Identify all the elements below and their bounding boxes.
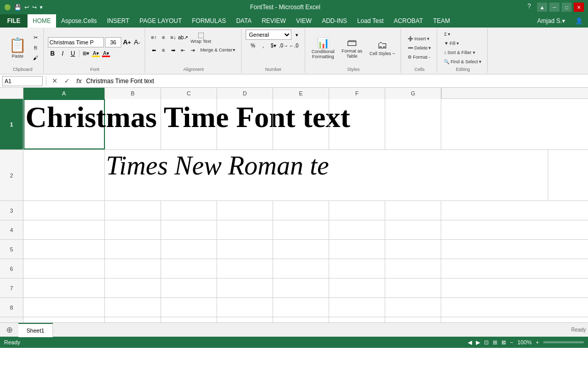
user-account[interactable]: Amjad S. ▾: [532, 14, 570, 28]
cell-f3[interactable]: [329, 201, 385, 220]
format-as-table-button[interactable]: 🗃 Format asTable: [339, 35, 365, 60]
cell-e6[interactable]: [273, 259, 329, 278]
align-top-right-btn[interactable]: ≡↓: [169, 33, 178, 42]
find-select-button[interactable]: 🔍 Find & Select ▾: [441, 57, 484, 66]
cell-f1[interactable]: [329, 99, 385, 149]
cell-reference-box[interactable]: [2, 76, 43, 86]
cell-a2[interactable]: [23, 150, 105, 200]
scroll-next-icon[interactable]: ▶: [476, 339, 480, 346]
load-test-tab[interactable]: Load Test: [352, 14, 389, 28]
cell-c8[interactable]: [161, 298, 217, 317]
row-num-3[interactable]: 3: [0, 201, 23, 220]
fill-color-button[interactable]: A▾: [91, 49, 100, 58]
formula-input[interactable]: [86, 76, 586, 86]
delete-cells-button[interactable]: ➖ Delete ▾: [405, 43, 434, 52]
cell-f8[interactable]: [329, 298, 385, 317]
angle-text-btn[interactable]: ab↗: [178, 33, 188, 42]
wrap-text-button[interactable]: ⬚ Wrap Text: [188, 30, 213, 45]
cell-b7[interactable]: [105, 279, 161, 297]
cell-e7[interactable]: [273, 279, 329, 297]
cell-b2[interactable]: Times New Roman te: [105, 150, 548, 200]
increase-font-size-btn[interactable]: A+: [122, 38, 131, 47]
align-center-btn[interactable]: ≡: [159, 45, 168, 55]
sheet1-tab[interactable]: Sheet1: [18, 323, 53, 337]
cell-a1[interactable]: Christmas Time Font text: [23, 99, 105, 149]
cell-e3[interactable]: [273, 201, 329, 220]
cell-b4[interactable]: [105, 220, 161, 239]
cell-d8[interactable]: [217, 298, 273, 317]
minimize-btn[interactable]: ─: [549, 3, 559, 12]
save-icon[interactable]: 💾: [14, 4, 21, 11]
window-controls[interactable]: ? ▲ ─ □ ✕: [527, 3, 584, 12]
cell-c1[interactable]: [161, 99, 217, 149]
add-sheet-btn[interactable]: ⊕: [2, 323, 16, 337]
row-num-9[interactable]: 9: [0, 317, 23, 322]
add-ins-tab[interactable]: ADD-INS: [317, 14, 352, 28]
cell-c5[interactable]: [161, 240, 217, 259]
increase-decimal-btn[interactable]: .0→: [279, 41, 288, 50]
cell-d7[interactable]: [217, 279, 273, 297]
align-left-btn[interactable]: ⬅: [149, 45, 158, 55]
sort-filter-button[interactable]: ↕ Sort & Filter ▾: [441, 48, 484, 57]
cell-d1[interactable]: [217, 99, 273, 149]
insert-cells-button[interactable]: ➕ Insert ▾: [405, 34, 434, 43]
cell-c9[interactable]: [161, 317, 217, 322]
cell-f5[interactable]: [329, 240, 385, 259]
copy-button[interactable]: ⎘: [31, 43, 40, 53]
col-header-d[interactable]: D: [217, 88, 273, 99]
cell-g1[interactable]: [385, 99, 441, 149]
cell-b9[interactable]: [105, 317, 161, 322]
cell-f7[interactable]: [329, 279, 385, 297]
fill-button[interactable]: ▼ Fill ▾: [441, 39, 484, 47]
cell-g5[interactable]: [385, 240, 441, 259]
merge-center-button[interactable]: Merge & Center▾: [198, 46, 238, 54]
col-header-g[interactable]: G: [385, 88, 441, 99]
cancel-formula-btn[interactable]: ✕: [49, 76, 60, 86]
cell-e5[interactable]: [273, 240, 329, 259]
cell-a3[interactable]: [23, 201, 105, 220]
account-icon[interactable]: 👤: [570, 14, 588, 28]
cell-a7[interactable]: [23, 279, 105, 297]
decrease-font-size-btn[interactable]: A-: [132, 38, 142, 47]
cut-button[interactable]: ✂: [31, 33, 40, 42]
zoom-slider[interactable]: [543, 341, 584, 343]
align-top-left-btn[interactable]: ≡↑: [149, 33, 158, 42]
view-page-layout-btn[interactable]: ⊞: [493, 339, 497, 346]
row-num-6[interactable]: 6: [0, 259, 23, 278]
file-menu-btn[interactable]: FILE: [0, 14, 28, 28]
font-size-input[interactable]: [105, 37, 121, 47]
cell-f9[interactable]: [329, 317, 385, 322]
align-top-center-btn[interactable]: ≡: [159, 33, 168, 42]
cell-e8[interactable]: [273, 298, 329, 317]
cell-b8[interactable]: [105, 298, 161, 317]
review-tab[interactable]: REVIEW: [257, 14, 291, 28]
zoom-out-btn[interactable]: −: [510, 339, 513, 345]
aspose-cells-tab[interactable]: Aspose.Cells: [56, 14, 102, 28]
view-normal-btn[interactable]: ⊡: [484, 339, 489, 346]
format-painter-button[interactable]: 🖌: [31, 54, 40, 63]
align-right-btn[interactable]: ➡: [169, 45, 178, 55]
cell-d9[interactable]: [217, 317, 273, 322]
autosum-button[interactable]: Σ ▾: [441, 30, 484, 38]
italic-button[interactable]: I: [58, 49, 67, 58]
close-btn[interactable]: ✕: [574, 3, 584, 12]
col-header-b[interactable]: B: [105, 88, 161, 99]
row-num-8[interactable]: 8: [0, 298, 23, 317]
underline-button[interactable]: U: [68, 49, 77, 58]
format-cells-button[interactable]: ⚙ Format -: [405, 53, 434, 61]
view-tab[interactable]: VIEW: [291, 14, 317, 28]
cell-c7[interactable]: [161, 279, 217, 297]
cell-a4[interactable]: [23, 220, 105, 239]
cell-e4[interactable]: [273, 220, 329, 239]
cell-d3[interactable]: [217, 201, 273, 220]
conditional-formatting-button[interactable]: 📊 ConditionalFormatting: [309, 35, 337, 61]
decrease-decimal-btn[interactable]: ←.0: [289, 41, 299, 50]
insert-tab[interactable]: INSERT: [102, 14, 135, 28]
number-format-expand-btn[interactable]: ▾: [292, 30, 302, 39]
border-button[interactable]: ⊞▾: [81, 49, 90, 58]
undo-icon[interactable]: ↩: [24, 4, 29, 11]
cell-g9[interactable]: [385, 317, 441, 322]
data-tab[interactable]: DATA: [231, 14, 256, 28]
maximize-btn[interactable]: □: [562, 3, 572, 12]
paste-button[interactable]: 📋 Paste: [5, 35, 30, 60]
